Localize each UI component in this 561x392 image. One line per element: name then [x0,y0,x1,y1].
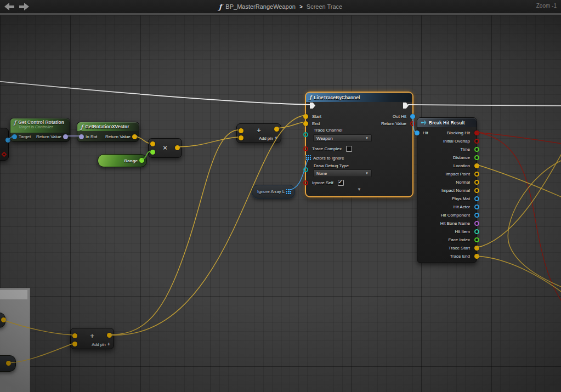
node-header[interactable]: ƒ Get Control Rotation Target is Control… [10,118,70,133]
distance-pin[interactable] [474,155,479,160]
trace-end-pin[interactable] [474,254,479,259]
draw-debug-dropdown[interactable]: None [313,169,372,177]
pin-label: Return Value [381,121,406,126]
hit-actor-pin[interactable] [474,204,479,209]
trace-channel-value: Weapon [316,136,333,141]
hit-component-pin[interactable] [474,213,479,218]
vector-pin[interactable] [239,135,243,140]
variable-pill-range[interactable]: Range [98,154,147,167]
pin-label: Normal [456,180,470,185]
comment-box-header[interactable] [0,290,27,299]
in-rot-pin[interactable] [79,134,84,139]
vector-pin[interactable] [274,127,279,132]
pin-label: Return Value [105,134,131,139]
initial-overlap-pin[interactable] [474,139,479,144]
pin-label: Face Index [448,237,470,242]
variable-pill-partial-2[interactable] [0,355,16,372]
exec-in-pin[interactable] [310,103,315,109]
time-pin[interactable] [474,147,479,152]
vector-pin[interactable] [150,141,155,146]
node-add-vector-top[interactable]: + Add pin + [236,123,281,143]
hit-item-pin[interactable] [474,229,479,234]
breadcrumb-root[interactable]: BP_MasterRangeWeapon [225,3,296,10]
vector-pin[interactable] [175,145,180,150]
vector-pin[interactable] [132,134,137,139]
node-header[interactable]: ƒ LineTraceByChannel [306,93,412,102]
collapse-chevron-icon[interactable]: ▼ [306,187,412,192]
bool-pin[interactable] [2,152,7,157]
chevron-right-icon: > [299,4,303,10]
location-pin[interactable] [474,163,479,168]
array-pin[interactable] [286,189,291,195]
variable-pill-ignore-array[interactable]: Ignore Array L [252,185,295,198]
vector-pin[interactable] [72,333,77,338]
node-multiply[interactable]: × [148,138,182,158]
face-index-pin[interactable] [474,237,479,242]
trace-start-pin[interactable] [474,246,479,251]
draw-debug-value: None [316,171,327,176]
blocking-hit-pin[interactable] [474,130,479,135]
pin-label: Hit Bone Name [440,221,470,226]
pin-label: Hit Component [441,213,470,218]
trace-channel-pin[interactable] [303,132,308,137]
add-pin-plus-icon[interactable]: + [107,342,110,347]
pin-label: Blocking Hit [447,130,470,135]
pin-label: Hit Actor [454,204,470,209]
trace-complex-checkbox[interactable] [346,146,352,152]
pin-label: In Rot [86,134,97,139]
impact-point-pin[interactable] [474,172,479,177]
end-pin[interactable] [303,121,308,126]
exec-out-pin[interactable] [403,103,409,109]
target-pin[interactable] [12,134,17,139]
pin-label: Trace Start [449,246,470,251]
add-pin-label[interactable]: Add pin [259,136,273,141]
function-icon: ƒ [81,124,83,130]
node-break-hit-result[interactable]: Break Hit Result Hit Blocking Hit Initia… [417,117,477,263]
vector-pin[interactable] [6,361,11,366]
impact-normal-pin[interactable] [474,188,479,193]
ignore-self-pin[interactable] [303,180,308,185]
draw-debug-pin[interactable] [303,167,308,172]
float-pin[interactable] [150,150,155,155]
pin-label: Trace End [450,254,470,259]
draw-debug-label: Draw Debug Type [314,163,349,168]
vector-pin[interactable] [239,128,243,133]
trace-complex-pin[interactable] [303,146,308,151]
vector-pin[interactable] [107,333,112,338]
node-get-control-rotation[interactable]: ƒ Get Control Rotation Target is Control… [10,118,70,142]
node-header[interactable]: Break Hit Result [417,118,477,127]
pin-label: Target [19,134,31,139]
partial-node-left-edge[interactable] [0,128,9,161]
hit-bone-name-pin[interactable] [474,221,479,226]
node-add-vector-bottom[interactable]: + Add pin + [70,328,114,349]
vector-pin[interactable] [72,342,77,346]
pin-label: Location [454,163,470,168]
out-hit-pin[interactable] [410,114,415,119]
start-pin[interactable] [303,114,308,119]
float-pin[interactable] [139,158,144,163]
trace-channel-dropdown[interactable]: Weapon [313,134,372,142]
ignore-self-checkbox[interactable] [338,180,344,186]
vector-pin[interactable] [1,317,6,322]
node-title: Break Hit Result [429,120,465,126]
comment-box[interactable] [0,288,30,392]
node-title: GetRotationXVector [85,124,129,129]
trace-channel-label: Trace Channel [314,128,342,133]
pin-label: Distance [453,155,470,160]
add-pin-label[interactable]: Add pin [92,342,105,347]
node-line-trace-by-channel[interactable]: ƒ LineTraceByChannel Start Out Hit End R… [305,92,413,197]
zoom-level: Zoom -1 [536,3,557,9]
toolbar-divider [0,13,561,15]
phys-mat-pin[interactable] [474,196,479,201]
function-icon: ƒ [219,3,222,11]
node-get-rotation-x-vector[interactable]: ƒ GetRotationXVector In Rot Return Value [77,122,139,142]
actors-to-ignore-array-pin[interactable] [305,155,311,161]
breadcrumb-current[interactable]: Screen Trace [307,3,342,10]
add-pin-plus-icon[interactable]: + [275,135,277,141]
pin-label: Start [312,114,321,119]
return-value-pin[interactable] [410,121,415,126]
rotator-pin[interactable] [63,134,68,139]
normal-pin[interactable] [474,180,479,185]
pin-label: Ignore Self [312,180,333,185]
node-header[interactable]: ƒ GetRotationXVector [77,122,139,131]
